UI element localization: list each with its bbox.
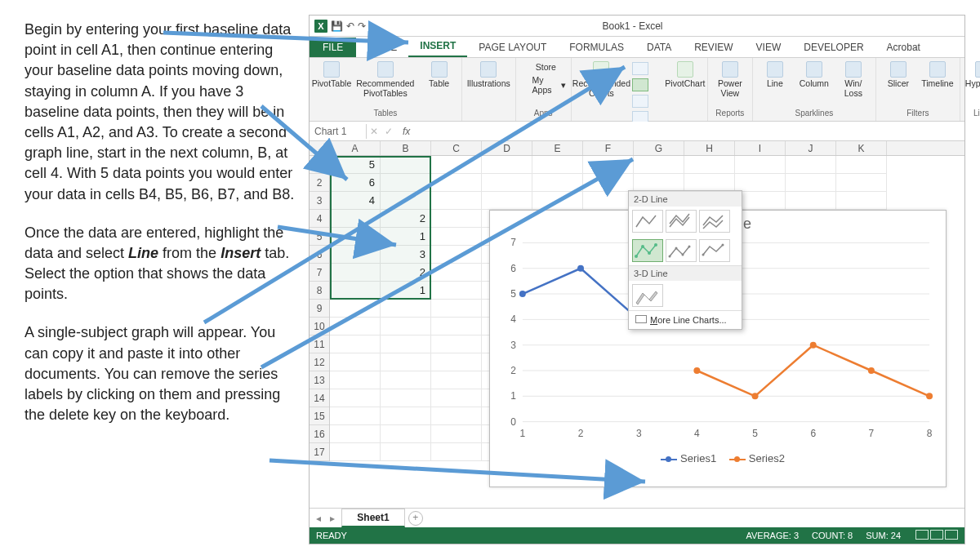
cell-B6[interactable]: 3 (381, 246, 431, 264)
row-header-9[interactable]: 9 (310, 300, 329, 318)
cancel-icon[interactable]: ✕ (367, 126, 381, 137)
cell-A7[interactable] (330, 264, 381, 282)
cell-H1[interactable] (684, 156, 735, 174)
cell-C4[interactable] (431, 210, 482, 228)
cell-A10[interactable] (330, 318, 381, 335)
cell-J1[interactable] (786, 156, 836, 174)
cell-A8[interactable] (330, 282, 381, 300)
sheet-nav[interactable]: ◂ ▸ (316, 513, 338, 524)
cell-C15[interactable] (431, 407, 482, 425)
row-header-5[interactable]: 5 (310, 228, 329, 246)
cell-H2[interactable] (684, 174, 735, 192)
cell-A17[interactable] (330, 443, 381, 461)
cell-K3[interactable] (836, 192, 887, 210)
cell-C9[interactable] (431, 300, 482, 318)
row-header-1[interactable]: 1 (310, 156, 329, 174)
cell-C11[interactable] (431, 335, 482, 353)
col-header-B[interactable]: B (381, 141, 431, 155)
legend-label-2[interactable]: Series2 (749, 452, 785, 464)
cell-C10[interactable] (431, 318, 482, 335)
cell-B11[interactable] (381, 335, 431, 353)
col-header-J[interactable]: J (786, 141, 836, 155)
cell-C3[interactable] (431, 192, 482, 210)
row-header-7[interactable]: 7 (310, 264, 329, 282)
tab-view[interactable]: VIEW (745, 38, 793, 57)
hyperlink-button[interactable]: Hyperlink (965, 61, 980, 89)
cell-D3[interactable] (482, 192, 532, 210)
cell-A2[interactable]: 6 (330, 174, 381, 192)
cell-C5[interactable] (431, 228, 482, 246)
cell-B17[interactable] (381, 443, 431, 461)
cell-B15[interactable] (381, 407, 431, 425)
cell-C7[interactable] (431, 264, 482, 282)
col-header-I[interactable]: I (735, 141, 786, 155)
recommended-pivottables-button[interactable]: Recommended PivotTables (354, 61, 417, 98)
table-button[interactable]: Table (422, 61, 457, 89)
save-icon[interactable]: 💾 (331, 20, 343, 32)
row-header-15[interactable]: 15 (310, 407, 329, 425)
cell-C13[interactable] (431, 371, 482, 389)
row-header-12[interactable]: 12 (310, 353, 329, 371)
line-chart-icon[interactable] (632, 78, 648, 91)
row-header-10[interactable]: 10 (310, 318, 329, 335)
fx-icon[interactable]: fx (396, 126, 416, 137)
col-header-H[interactable]: H (684, 141, 735, 155)
cell-A6[interactable] (330, 246, 381, 264)
cell-F3[interactable] (583, 192, 634, 210)
cell-C14[interactable] (431, 389, 482, 407)
cell-A4[interactable] (330, 210, 381, 228)
col-header-K[interactable]: K (836, 141, 887, 155)
cell-B1[interactable] (381, 156, 431, 174)
pie-chart-icon[interactable] (632, 95, 648, 108)
cell-C12[interactable] (431, 353, 482, 371)
line-with-markers[interactable] (632, 239, 663, 262)
cell-A12[interactable] (330, 353, 381, 371)
row-header-17[interactable]: 17 (310, 443, 329, 461)
store-button[interactable]: Store (521, 61, 556, 73)
col-header-C[interactable]: C (431, 141, 482, 155)
cell-B12[interactable] (381, 353, 431, 371)
cell-K1[interactable] (836, 156, 887, 174)
enter-icon[interactable]: ✓ (381, 126, 396, 137)
pivottable-button[interactable]: PivotTable (314, 61, 349, 89)
cell-I2[interactable] (735, 174, 786, 192)
my-apps-button[interactable]: My Apps ▾ (521, 75, 566, 95)
col-header-D[interactable]: D (482, 141, 532, 155)
tab-home[interactable]: HOME (356, 38, 408, 57)
tab-formulas[interactable]: FORMULAS (558, 38, 635, 57)
redo-icon[interactable]: ↷ (358, 20, 366, 32)
more-line-charts[interactable]: More Line Charts... (629, 310, 742, 329)
name-box[interactable]: Chart 1 (310, 124, 367, 139)
power-view-button[interactable]: Power View (713, 61, 747, 98)
tab-acrobat[interactable]: Acrobat (875, 38, 932, 57)
cell-B16[interactable] (381, 425, 431, 443)
cell-C16[interactable] (431, 425, 482, 443)
cell-B9[interactable] (381, 300, 431, 318)
cell-C17[interactable] (431, 443, 482, 461)
cell-A15[interactable] (330, 407, 381, 425)
sparkline-line-button[interactable]: Line (758, 61, 792, 89)
cell-F1[interactable] (583, 156, 634, 174)
sheet-tab-sheet1[interactable]: Sheet1 (341, 509, 404, 527)
select-all-corner[interactable] (310, 141, 330, 156)
tab-developer[interactable]: DEVELOPER (792, 38, 875, 57)
cell-A1[interactable]: 5 (330, 156, 381, 174)
illustrations-button[interactable]: Illustrations (467, 61, 510, 89)
sparkline-winloss-button[interactable]: Win/ Loss (836, 61, 871, 98)
cell-B14[interactable] (381, 389, 431, 407)
cell-E1[interactable] (532, 156, 583, 174)
cell-B3[interactable] (381, 192, 431, 210)
cell-B13[interactable] (381, 371, 431, 389)
row-header-14[interactable]: 14 (310, 389, 329, 407)
sparkline-column-button[interactable]: Column (797, 61, 831, 89)
cell-A11[interactable] (330, 335, 381, 353)
cell-C1[interactable] (431, 156, 482, 174)
tab-review[interactable]: REVIEW (683, 38, 744, 57)
line-with-markers-3[interactable] (699, 239, 730, 262)
cell-A13[interactable] (330, 371, 381, 389)
cell-E2[interactable] (532, 174, 583, 192)
row-header-3[interactable]: 3 (310, 192, 329, 210)
pivotchart-button[interactable]: PivotChart (668, 61, 702, 89)
cell-B4[interactable]: 2 (381, 210, 431, 228)
bar-chart-icon[interactable] (632, 62, 648, 75)
